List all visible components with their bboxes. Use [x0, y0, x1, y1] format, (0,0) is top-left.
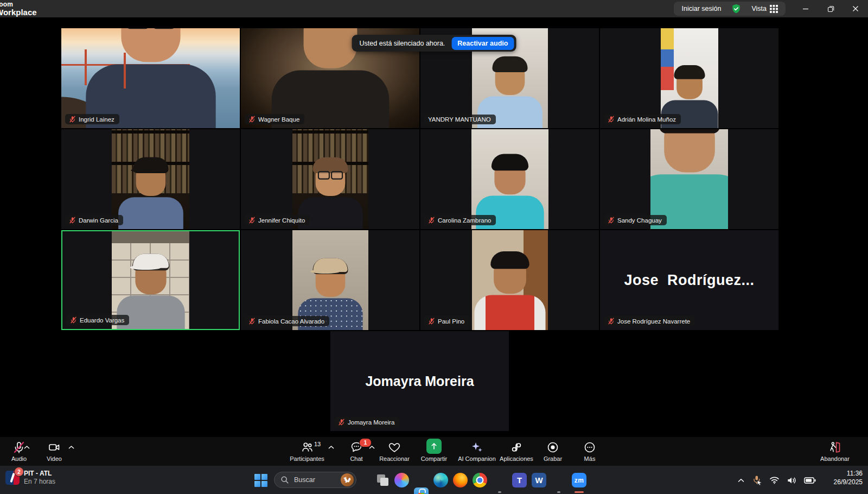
video-frame — [650, 129, 728, 229]
meeting-toolbar: Audio Video 13 Participantes 1 Chat Reac… — [0, 437, 868, 465]
audio-options-chevron[interactable] — [24, 445, 30, 449]
clock-date: 26/9/2025 — [834, 478, 863, 487]
participant-tile[interactable]: Carolina Zambrano — [420, 129, 599, 229]
taskbar-sports-widget[interactable]: 2 PIT - ATL En 7 horas — [5, 470, 55, 486]
sign-in-button[interactable]: Iniciar sesión — [681, 5, 721, 12]
participant-video — [420, 129, 599, 229]
avatar-shape — [118, 197, 183, 229]
taskbar-clock[interactable]: 11:36 26/9/2025 — [834, 470, 863, 486]
participant-tile[interactable]: Ingrid Lainez — [61, 28, 240, 128]
titlebar-controls-group: Iniciar sesión Vista — [674, 2, 786, 16]
mic-off-icon — [428, 217, 435, 224]
participant-video — [600, 28, 778, 128]
grid-view-icon — [770, 5, 778, 13]
minimize-button[interactable] — [793, 0, 818, 17]
participant-nameplate: Jennifer Chiquito — [245, 215, 310, 225]
search-icon — [280, 476, 289, 484]
participant-name: Jose Rodríguez Navarrete — [617, 318, 690, 325]
mic-off-icon — [608, 217, 615, 224]
system-tray — [738, 466, 816, 494]
participant-nameplate: Adrián Molina Muñoz — [604, 114, 681, 124]
video-button[interactable]: Video — [30, 440, 79, 462]
firefox-icon[interactable] — [453, 473, 468, 487]
video-frame — [292, 230, 368, 330]
wifi-icon[interactable] — [769, 476, 780, 484]
participant-tile[interactable]: Darwin Garcia — [61, 129, 240, 229]
participant-name: YANDRY MANTUANO — [428, 116, 491, 123]
participant-tile[interactable]: Fabiola Cacao Alvarado — [241, 230, 419, 330]
avatar-shape — [676, 68, 703, 99]
participant-name: Fabiola Cacao Alvarado — [258, 318, 324, 325]
close-icon — [852, 5, 859, 12]
react-label: Reaccionar — [379, 455, 410, 462]
participant-nameplate: Jose Rodríguez Navarrete — [604, 316, 695, 326]
edge-icon[interactable] — [433, 473, 448, 487]
participant-tile[interactable]: Sandy Chaguay — [600, 129, 778, 229]
participant-display-name: Jose Rodríguez... — [600, 230, 778, 330]
avatar-shape — [664, 129, 715, 173]
participants-button[interactable]: 13 Participantes — [283, 440, 331, 462]
zoom-app-icon[interactable]: zm — [572, 473, 586, 487]
mlb-icon: 2 — [5, 471, 20, 485]
battery-icon[interactable] — [804, 477, 816, 484]
open-app-indicator — [557, 491, 560, 493]
search-input[interactable] — [293, 476, 337, 484]
participant-tile[interactable]: Eduardo Vargas — [61, 230, 240, 330]
mic-off-icon — [70, 316, 77, 324]
video-frame — [61, 28, 240, 128]
participant-tile[interactable]: Jose Rodríguez... Jose Rodríguez Navarre… — [600, 230, 778, 330]
logo-zoom: zoom — [0, 1, 37, 8]
video-options-chevron[interactable] — [68, 445, 74, 449]
avatar-shape — [313, 258, 347, 272]
participants-count: 13 — [314, 441, 321, 447]
clock-time: 11:36 — [834, 470, 863, 478]
ai-sparkle-icon — [470, 441, 483, 454]
mic-off-icon — [248, 318, 256, 325]
view-button[interactable]: Vista — [751, 5, 778, 13]
record-icon — [546, 441, 559, 454]
participant-tile[interactable]: Jomayra Moreira Jomayra Moreira — [330, 331, 509, 431]
mic-in-use-icon[interactable] — [751, 475, 762, 486]
widget-badge: 2 — [14, 467, 24, 477]
zoom-workplace-logo: zoom Workplace — [0, 1, 37, 16]
participant-tile[interactable]: Jennifer Chiquito — [241, 129, 419, 229]
start-button[interactable] — [254, 473, 268, 487]
heart-icon — [388, 441, 401, 454]
restore-button[interactable] — [818, 0, 843, 17]
unmute-button[interactable]: Reactivar audio — [451, 37, 514, 50]
chrome-icon[interactable] — [473, 473, 487, 487]
security-shield-icon[interactable] — [731, 3, 742, 14]
avatar-shape — [474, 295, 545, 330]
avatar-shape — [317, 171, 342, 178]
participants-icon — [301, 440, 314, 454]
chat-chevron[interactable] — [369, 445, 375, 449]
avatar-shape — [121, 28, 180, 62]
copilot-icon[interactable] — [394, 473, 409, 487]
participant-video — [61, 129, 240, 229]
participant-video — [241, 230, 419, 330]
participant-tile[interactable]: Adrián Molina Muñoz — [600, 28, 778, 128]
video-frame — [472, 230, 548, 330]
video-frame — [661, 28, 718, 128]
participant-name: Carolina Zambrano — [438, 217, 491, 224]
video-frame — [292, 129, 368, 229]
volume-icon[interactable] — [787, 476, 797, 485]
word-icon[interactable]: W — [532, 473, 546, 487]
more-button[interactable]: Más — [565, 440, 614, 462]
close-button[interactable] — [843, 0, 868, 17]
avatar-shape — [303, 28, 357, 68]
participants-chevron[interactable] — [328, 445, 334, 449]
microsoft-store-icon[interactable] — [414, 487, 429, 494]
avatar-shape — [494, 255, 526, 294]
mic-off-icon — [608, 318, 615, 325]
snip-tool-icon[interactable] — [375, 473, 390, 487]
participant-tile[interactable]: Paul Pino — [420, 230, 599, 330]
taskbar-search[interactable]: 🐿 — [274, 472, 356, 488]
tray-overflow-chevron[interactable] — [738, 478, 744, 483]
share-screen-button[interactable]: Compartir — [410, 440, 458, 462]
leave-meeting-button[interactable]: Abandonar — [810, 440, 859, 462]
teams-icon[interactable]: T — [512, 473, 527, 487]
search-daily-image: 🐿 — [341, 473, 354, 486]
participant-nameplate: Sandy Chaguay — [604, 215, 667, 225]
mic-off-icon — [428, 318, 435, 325]
